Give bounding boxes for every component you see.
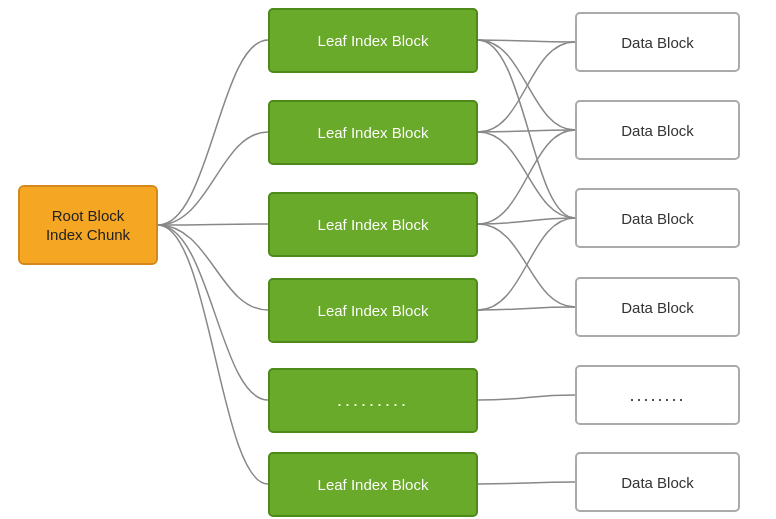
leaf-label-2: Leaf Index Block — [318, 124, 429, 141]
leaf-label-1: Leaf Index Block — [318, 32, 429, 49]
data-label-2: Data Block — [621, 122, 694, 139]
data-block-5-dots: ........ — [575, 365, 740, 425]
leaf-label-3: Leaf Index Block — [318, 216, 429, 233]
leaf-label-4: Leaf Index Block — [318, 302, 429, 319]
data-label-3: Data Block — [621, 210, 694, 227]
diagram: Root Block Index Chunk Leaf Index Block … — [0, 0, 776, 519]
leaf-block-1: Leaf Index Block — [268, 8, 478, 73]
root-block: Root Block Index Chunk — [18, 185, 158, 265]
leaf-block-4: Leaf Index Block — [268, 278, 478, 343]
leaf-block-3: Leaf Index Block — [268, 192, 478, 257]
data-dots: ........ — [629, 385, 685, 406]
data-block-6: Data Block — [575, 452, 740, 512]
data-block-1: Data Block — [575, 12, 740, 72]
data-label-4: Data Block — [621, 299, 694, 316]
leaf-label-6: Leaf Index Block — [318, 476, 429, 493]
data-label-6: Data Block — [621, 474, 694, 491]
leaf-block-6: Leaf Index Block — [268, 452, 478, 517]
root-block-label: Root Block Index Chunk — [46, 206, 130, 245]
data-label-1: Data Block — [621, 34, 694, 51]
leaf-block-2: Leaf Index Block — [268, 100, 478, 165]
data-block-3: Data Block — [575, 188, 740, 248]
leaf-dots: ......... — [337, 390, 409, 411]
data-block-4: Data Block — [575, 277, 740, 337]
data-block-2: Data Block — [575, 100, 740, 160]
leaf-block-5-dots: ......... — [268, 368, 478, 433]
